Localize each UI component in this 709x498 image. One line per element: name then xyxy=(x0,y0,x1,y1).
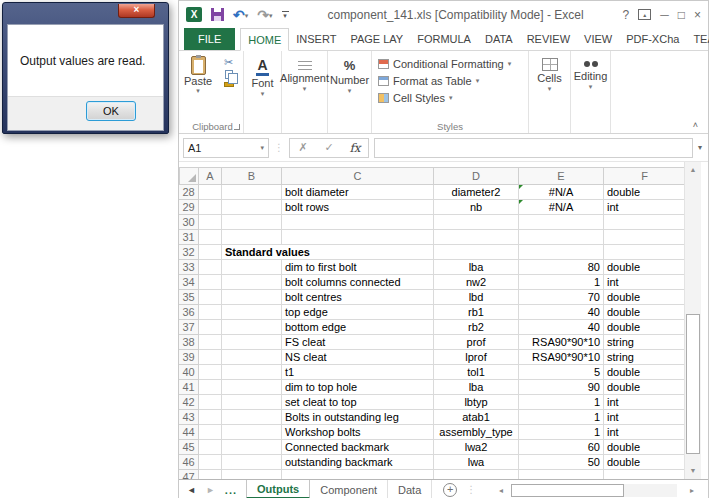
cell-C29[interactable]: bolt rows xyxy=(282,200,434,215)
tab-insert[interactable]: INSERT xyxy=(289,28,343,50)
column-header-B[interactable]: B xyxy=(222,167,282,185)
cell-F46[interactable]: double xyxy=(604,455,686,470)
tab-data[interactable]: DATA xyxy=(478,28,520,50)
scroll-down-icon[interactable]: ▼ xyxy=(685,463,701,479)
sheet-overflow-ellipsis[interactable]: ... xyxy=(225,484,237,496)
row-header-45[interactable]: 45 xyxy=(179,440,199,455)
cut-button[interactable]: ✂ xyxy=(224,57,233,67)
cell-A46[interactable] xyxy=(199,455,222,470)
vertical-scrollbar[interactable]: ▲ ▼ xyxy=(684,162,701,479)
redo-caret-icon[interactable]: ▾ xyxy=(269,12,273,19)
cell-C36[interactable]: top edge xyxy=(282,305,434,320)
cell-D29[interactable]: nb xyxy=(434,200,519,215)
cell-A29[interactable] xyxy=(199,200,222,215)
cell-A42[interactable] xyxy=(199,395,222,410)
cell-A35[interactable] xyxy=(199,290,222,305)
alignment-group-button[interactable]: Alignment ▾ xyxy=(282,51,328,133)
format-as-table-button[interactable]: Format as Table ▾ xyxy=(372,72,528,89)
cell-A47[interactable] xyxy=(199,470,222,479)
row-header-37[interactable]: 37 xyxy=(179,320,199,335)
cell-A38[interactable] xyxy=(199,335,222,350)
cell-D34[interactable]: nw2 xyxy=(434,275,519,290)
help-button[interactable]: ? xyxy=(623,9,630,21)
cell-B38[interactable] xyxy=(222,335,282,350)
cell-A32[interactable] xyxy=(199,245,222,260)
cancel-icon[interactable]: ✗ xyxy=(290,141,316,154)
cell-D31[interactable] xyxy=(434,230,519,245)
cell-B36[interactable] xyxy=(222,305,282,320)
cell-C37[interactable]: bottom edge xyxy=(282,320,434,335)
row-header-44[interactable]: 44 xyxy=(179,425,199,440)
cell-F40[interactable]: double xyxy=(604,365,686,380)
clipboard-dialog-launcher-icon[interactable] xyxy=(234,124,240,130)
cell-B29[interactable] xyxy=(222,200,282,215)
row-header-32[interactable]: 32 xyxy=(179,245,199,260)
font-group-button[interactable]: A Font ▾ xyxy=(244,51,282,133)
formula-bar-expand-icon[interactable]: ▾ xyxy=(698,143,704,152)
cell-E31[interactable] xyxy=(519,230,604,245)
cell-D28[interactable]: diameter2 xyxy=(434,185,519,200)
cell-F45[interactable]: double xyxy=(604,440,686,455)
cell-B34[interactable] xyxy=(222,275,282,290)
insert-function-icon[interactable]: fx xyxy=(342,141,368,155)
cell-B43[interactable] xyxy=(222,410,282,425)
cell-D41[interactable]: lba xyxy=(434,380,519,395)
cell-F31[interactable] xyxy=(604,230,686,245)
cell-B32[interactable]: Standard values xyxy=(222,245,434,260)
cell-F35[interactable]: double xyxy=(604,290,686,305)
cell-F39[interactable]: string xyxy=(604,350,686,365)
formula-input[interactable] xyxy=(374,138,693,158)
cell-C35[interactable]: bolt centres xyxy=(282,290,434,305)
cell-D30[interactable] xyxy=(434,215,519,230)
row-header-36[interactable]: 36 xyxy=(179,305,199,320)
cell-F28[interactable]: double xyxy=(604,185,686,200)
tab-file[interactable]: FILE xyxy=(184,28,235,50)
cell-E33[interactable]: 80 xyxy=(519,260,604,275)
cell-E39[interactable]: RSA90*90*10 xyxy=(519,350,604,365)
cell-E45[interactable]: 60 xyxy=(519,440,604,455)
cell-D36[interactable]: rb1 xyxy=(434,305,519,320)
scroll-left-icon[interactable]: ◂ xyxy=(499,486,511,495)
cell-B28[interactable] xyxy=(222,185,282,200)
cell-D38[interactable]: prof xyxy=(434,335,519,350)
cell-B44[interactable] xyxy=(222,425,282,440)
cell-B37[interactable] xyxy=(222,320,282,335)
cell-E35[interactable]: 70 xyxy=(519,290,604,305)
cell-C41[interactable]: dim to top hole xyxy=(282,380,434,395)
cell-A33[interactable] xyxy=(199,260,222,275)
cell-E34[interactable]: 1 xyxy=(519,275,604,290)
conditional-formatting-button[interactable]: Conditional Formatting ▾ xyxy=(372,55,528,72)
sheet-tab-component[interactable]: Component xyxy=(310,480,388,498)
cell-E29[interactable]: #N/A xyxy=(519,200,604,215)
cell-D44[interactable]: assembly_type xyxy=(434,425,519,440)
tab-page-lay[interactable]: PAGE LAY xyxy=(343,28,410,50)
row-header-34[interactable]: 34 xyxy=(179,275,199,290)
add-sheet-button[interactable]: + xyxy=(443,483,457,497)
cell-A39[interactable] xyxy=(199,350,222,365)
editing-group-button[interactable]: Editing ▾ xyxy=(571,51,611,133)
column-header-A[interactable]: A xyxy=(199,167,222,185)
row-header-47[interactable]: 47 xyxy=(179,470,199,479)
undo-caret-icon[interactable]: ▾ xyxy=(245,12,249,19)
copy-button[interactable] xyxy=(225,70,233,79)
row-header-28[interactable]: 28 xyxy=(179,185,199,200)
row-header-31[interactable]: 31 xyxy=(179,230,199,245)
cell-D37[interactable]: rb2 xyxy=(434,320,519,335)
vertical-scrollbar-thumb[interactable] xyxy=(686,314,700,454)
row-header-35[interactable]: 35 xyxy=(179,290,199,305)
cell-D39[interactable]: lprof xyxy=(434,350,519,365)
cell-F47[interactable] xyxy=(604,470,686,479)
cell-C30[interactable] xyxy=(282,215,434,230)
cell-E30[interactable] xyxy=(519,215,604,230)
next-sheet-button[interactable]: ► xyxy=(206,485,215,495)
tab-view[interactable]: VIEW xyxy=(577,28,619,50)
cell-A40[interactable] xyxy=(199,365,222,380)
row-header-38[interactable]: 38 xyxy=(179,335,199,350)
cell-D45[interactable]: lwa2 xyxy=(434,440,519,455)
customize-quick-access-button[interactable]: ▾ xyxy=(282,11,289,18)
column-header-C[interactable]: C xyxy=(282,167,434,185)
row-header-29[interactable]: 29 xyxy=(179,200,199,215)
cell-D33[interactable]: lba xyxy=(434,260,519,275)
cell-C45[interactable]: Connected backmark xyxy=(282,440,434,455)
cell-E41[interactable]: 90 xyxy=(519,380,604,395)
